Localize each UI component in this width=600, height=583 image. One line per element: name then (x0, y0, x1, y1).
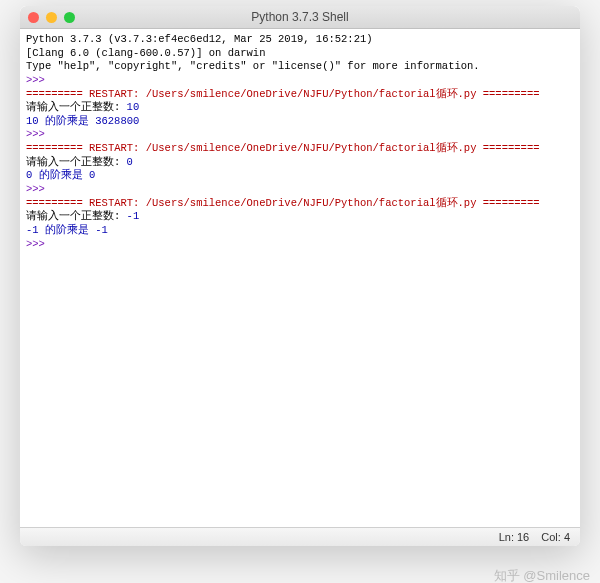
titlebar[interactable]: Python 3.7.3 Shell (20, 6, 580, 29)
shell-output-area[interactable]: Python 3.7.3 (v3.7.3:ef4ec6ed12, Mar 25 … (20, 29, 580, 527)
cursor-col: Col: 4 (541, 531, 570, 543)
restart-banner: ========= RESTART: /Users/smilence/OneDr… (26, 197, 539, 209)
window-title: Python 3.7.3 Shell (20, 10, 580, 24)
shell-header-line: Type "help", "copyright", "credits" or "… (26, 60, 480, 72)
program-output: 10 的阶乘是 3628800 (26, 115, 139, 127)
user-input-value: 0 (127, 156, 133, 168)
shell-header-line: Python 3.7.3 (v3.7.3:ef4ec6ed12, Mar 25 … (26, 33, 379, 45)
traffic-lights (28, 12, 75, 23)
shell-prompt: >>> (26, 74, 51, 86)
user-input-value: -1 (127, 210, 140, 222)
close-icon[interactable] (28, 12, 39, 23)
shell-header-line: [Clang 6.0 (clang-600.0.57)] on darwin (26, 47, 265, 59)
shell-prompt: >>> (26, 128, 51, 140)
input-prompt-label: 请输入一个正整数: (26, 101, 127, 113)
program-output: 0 的阶乘是 0 (26, 169, 95, 181)
minimize-icon[interactable] (46, 12, 57, 23)
shell-prompt: >>> (26, 238, 51, 250)
python-shell-window: Python 3.7.3 Shell Python 3.7.3 (v3.7.3:… (20, 6, 580, 546)
input-prompt-label: 请输入一个正整数: (26, 156, 127, 168)
program-output: -1 的阶乘是 -1 (26, 224, 108, 236)
restart-banner: ========= RESTART: /Users/smilence/OneDr… (26, 142, 539, 154)
maximize-icon[interactable] (64, 12, 75, 23)
shell-prompt: >>> (26, 183, 51, 195)
cursor-line: Ln: 16 (499, 531, 530, 543)
statusbar: Ln: 16 Col: 4 (20, 527, 580, 546)
watermark-text: 知乎 @Smilence (494, 567, 590, 583)
user-input-value: 10 (127, 101, 140, 113)
input-prompt-label: 请输入一个正整数: (26, 210, 127, 222)
restart-banner: ========= RESTART: /Users/smilence/OneDr… (26, 88, 539, 100)
